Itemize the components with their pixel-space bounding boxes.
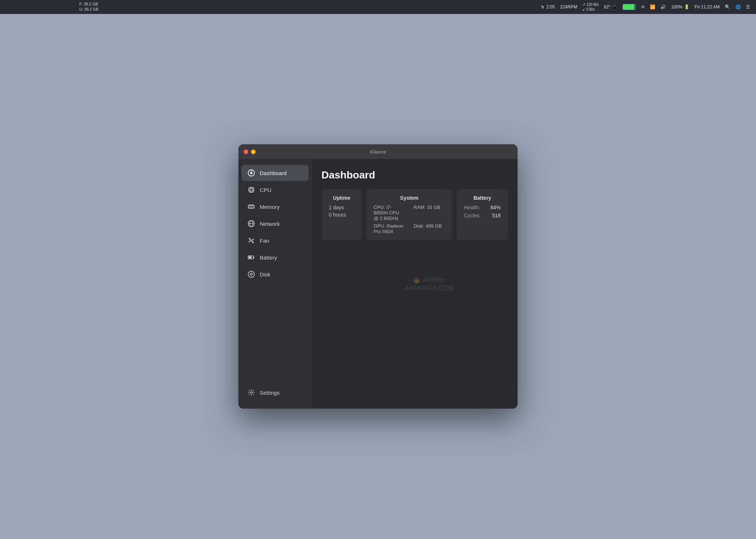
sidebar-label-network: Network — [260, 221, 280, 227]
search-icon: 🔍 — [725, 4, 730, 10]
mouse-icon: 🖱 — [540, 4, 545, 10]
menu-bar-items: 🖱 2:05 224RPM ↗ 120 B/s ↙ 0 B/s 62° 📱 ✛ … — [540, 2, 750, 12]
menu-network: ↗ 120 B/s ↙ 0 B/s — [582, 2, 599, 12]
title-bar: iGlance — [238, 144, 518, 159]
sidebar-label-fan: Fan — [260, 238, 269, 244]
disk-icon — [247, 270, 255, 278]
battery-card-title: Battery — [464, 195, 501, 201]
system-card: System CPU: i7-8850H CPU @ 2.60GHz RAM: … — [366, 189, 452, 240]
app-window: iGlance Dashboard — [238, 144, 518, 409]
gpu-label: GPU: — [374, 223, 385, 229]
svg-rect-3 — [249, 188, 253, 192]
disk-stats: F: 39.2 GB U: 39.2 GB — [79, 2, 98, 12]
menu-siri[interactable]: 🌐 — [735, 4, 741, 10]
system-ram: RAM: 16 GB — [414, 205, 445, 221]
menu-battery-bar — [623, 4, 636, 10]
menu-bluetooth: ✛ — [641, 4, 645, 10]
health-value: 84% — [490, 205, 501, 210]
system-card-title: System — [374, 195, 445, 201]
disk-label: Disk: — [414, 223, 424, 229]
sidebar-bottom: Settings — [238, 384, 312, 404]
battery-card: Battery Health: 84% Cycles: 518 — [457, 189, 508, 240]
svg-rect-30 — [253, 257, 255, 258]
window-controls — [244, 149, 256, 154]
dashboard-cards: Uptime 1 days 0 hours System C — [321, 189, 508, 240]
wifi-icon: 📶 — [650, 4, 655, 10]
uptime-card: Uptime 1 days 0 hours — [321, 189, 362, 240]
minimize-button[interactable] — [251, 149, 256, 154]
sidebar-item-fan[interactable]: Fan — [241, 232, 309, 249]
control-center-icon: ☰ — [746, 4, 750, 10]
sidebar-item-battery[interactable]: Battery — [241, 249, 309, 265]
disk-value: 499 GB — [426, 223, 442, 229]
cpu-label: CPU: — [374, 205, 385, 210]
uptime-card-title: Uptime — [329, 195, 354, 201]
svg-rect-4 — [250, 189, 252, 191]
menu-control-center[interactable]: ☰ — [746, 4, 750, 10]
sidebar-item-memory[interactable]: Memory — [241, 199, 309, 215]
disk-u-stat: U: 39.2 GB — [79, 7, 98, 12]
sidebar-label-cpu: CPU — [260, 187, 271, 193]
window-title: iGlance — [370, 149, 386, 155]
ram-value: 16 GB — [427, 205, 440, 210]
watermark: 🧒 ahhhfs+ AHHHHFS.COM — [405, 276, 454, 292]
battery-stats: Health: 84% Cycles: 518 — [464, 205, 501, 218]
sidebar-label-settings: Settings — [260, 390, 280, 396]
sidebar-nav: Dashboard — [238, 164, 312, 376]
uptime-days: 1 days — [329, 205, 344, 210]
memory-icon — [247, 203, 255, 211]
cycles-value: 518 — [492, 213, 501, 218]
uptime-hours: 0 hours — [329, 212, 346, 218]
battery-icon: 🔋 — [684, 4, 690, 10]
menu-volume: 🔊 — [660, 4, 666, 10]
menu-bar: F: 39.2 GB U: 39.2 GB 🖱 2:05 224RPM ↗ 12… — [0, 0, 756, 14]
page-title: Dashboard — [321, 169, 508, 181]
menu-datetime: Fri 11:22 AM — [695, 4, 720, 10]
battery-nav-icon — [247, 253, 255, 261]
desktop: iGlance Dashboard — [0, 14, 756, 539]
sidebar-divider — [244, 380, 306, 380]
svg-rect-29 — [249, 256, 252, 258]
main-content: Dashboard Uptime 1 days 0 hours — [312, 159, 518, 409]
sidebar-label-battery: Battery — [260, 254, 277, 261]
watermark-line2: AHHHHFS.COM — [405, 285, 454, 292]
health-label: Health: — [464, 205, 480, 210]
uptime-days-row: 1 days — [329, 205, 354, 210]
svg-point-27 — [251, 240, 252, 241]
sidebar-item-disk[interactable]: Disk — [241, 266, 309, 282]
cycles-label: Cycles: — [464, 213, 481, 218]
svg-point-1 — [250, 172, 252, 174]
sidebar-item-settings[interactable]: Settings — [241, 384, 309, 401]
sidebar: Dashboard — [238, 159, 312, 409]
svg-point-33 — [251, 274, 252, 275]
dashboard-icon — [247, 169, 255, 177]
svg-point-34 — [251, 392, 252, 394]
sidebar-label-memory: Memory — [260, 204, 280, 210]
uptime-hours-row: 0 hours — [329, 212, 354, 218]
cpu-icon — [247, 186, 255, 194]
ram-label: RAM: — [414, 205, 426, 210]
system-gpu: GPU: Radeon Pro 560X — [374, 223, 405, 234]
watermark-line1: 🧒 ahhhfs+ — [413, 276, 446, 284]
menu-battery-pct: 100% 🔋 — [671, 4, 690, 10]
menu-search[interactable]: 🔍 — [725, 4, 730, 10]
close-button[interactable] — [244, 149, 248, 154]
system-grid: CPU: i7-8850H CPU @ 2.60GHz RAM: 16 GB G… — [374, 205, 445, 234]
system-cpu: CPU: i7-8850H CPU @ 2.60GHz — [374, 205, 405, 221]
menu-temp: 62° 📱 — [604, 4, 618, 10]
sidebar-item-network[interactable]: Network — [241, 216, 309, 232]
battery-indicator — [623, 4, 636, 10]
menu-wifi: 📶 — [650, 4, 655, 10]
siri-icon: 🌐 — [735, 4, 741, 10]
bluetooth-icon: ✛ — [641, 4, 645, 10]
sidebar-item-dashboard[interactable]: Dashboard — [241, 165, 309, 181]
settings-icon — [247, 388, 255, 397]
menu-time-display: 🖱 2:05 — [540, 4, 555, 10]
disk-f-stat: F: 39.2 GB — [79, 2, 98, 7]
sidebar-item-cpu[interactable]: CPU — [241, 182, 309, 198]
system-disk: Disk: 499 GB — [414, 223, 445, 234]
menu-fan: 224RPM — [560, 4, 577, 10]
sidebar-label-disk: Disk — [260, 271, 270, 278]
battery-cycles-row: Cycles: 518 — [464, 213, 501, 218]
battery-health-row: Health: 84% — [464, 205, 501, 210]
